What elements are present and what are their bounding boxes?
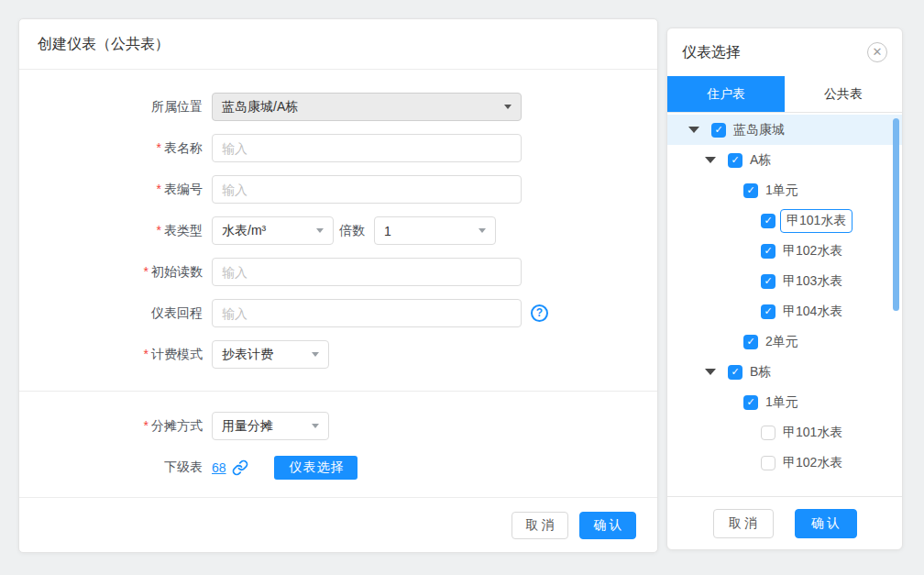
meter-type-value: 水表/m³ (222, 223, 266, 239)
field-row-meter-type: *表类型 水表/m³ 倍数 1 (19, 216, 657, 245)
checkbox-checked[interactable]: ✓ (761, 214, 776, 228)
tree-row: 甲101水表 (667, 417, 902, 448)
meter-type-label: *表类型 (19, 223, 203, 239)
tree-row: ✓1单元 (667, 387, 902, 417)
checkbox-unchecked[interactable] (761, 426, 776, 440)
tree-node-label[interactable]: B栋 (750, 360, 771, 384)
form-section-main: 所属位置 蓝岛康城/A栋 *表名称 *表编号 *表类型 水表/m³ 倍数 1 (19, 70, 657, 391)
checkbox-checked[interactable]: ✓ (728, 153, 742, 168)
meter-select-header: 仪表选择 ✕ (667, 28, 902, 76)
meter-backhaul-input[interactable] (212, 299, 522, 327)
tree-row: ✓A栋 (667, 145, 902, 175)
tree-row: 甲102水表 (667, 448, 902, 478)
checkbox-unchecked[interactable] (761, 456, 776, 470)
tree-row: ✓1单元 (667, 175, 902, 205)
billing-mode-label: *计费模式 (19, 347, 203, 363)
tree-node-label[interactable]: 甲102水表 (783, 451, 842, 475)
sub-meter-count-link[interactable]: 68 (212, 460, 226, 475)
share-method-label: *分摊方式 (19, 418, 203, 435)
checkbox-checked[interactable]: ✓ (761, 304, 776, 319)
field-row-meter-name: *表名称 (19, 134, 657, 162)
meter-name-input[interactable] (212, 134, 522, 162)
close-icon[interactable]: ✕ (867, 42, 887, 62)
confirm-button[interactable]: 确认 (795, 509, 857, 538)
share-method-select[interactable]: 用量分摊 (212, 412, 329, 440)
scrollbar-thumb[interactable] (893, 118, 899, 311)
tab-resident-meter[interactable]: 住户表 (667, 76, 785, 112)
field-row-location: 所属位置 蓝岛康城/A栋 (19, 93, 657, 121)
tree-node-label[interactable]: 2单元 (765, 330, 798, 354)
location-select[interactable]: 蓝岛康城/A栋 (212, 93, 522, 121)
confirm-button[interactable]: 确认 (579, 512, 636, 539)
required-mark: * (144, 264, 148, 279)
sub-meter-label: 下级表 (19, 459, 203, 476)
tree-expand-arrow-icon[interactable] (705, 369, 716, 375)
tree-row: ✓甲104水表 (667, 296, 902, 326)
field-row-meter-no: *表编号 (19, 175, 657, 204)
required-mark: * (157, 223, 161, 238)
checkbox-checked[interactable]: ✓ (743, 183, 758, 198)
required-mark: * (144, 418, 148, 433)
billing-mode-select[interactable]: 抄表计费 (212, 340, 329, 369)
checkbox-checked[interactable]: ✓ (711, 123, 726, 138)
tree-node-label[interactable]: 甲101水表 (783, 421, 842, 445)
tree-node-label[interactable]: 甲103水表 (783, 270, 842, 293)
cancel-button[interactable]: 取消 (713, 509, 774, 538)
chevron-down-icon (312, 424, 319, 428)
checkbox-checked[interactable]: ✓ (728, 365, 742, 380)
tree-row: ✓2单元 (667, 326, 902, 357)
field-row-sub-meter: 下级表 68 仪表选择 (19, 456, 657, 480)
tree-expand-arrow-icon[interactable] (705, 157, 716, 163)
checkbox-checked[interactable]: ✓ (743, 335, 758, 349)
required-mark: * (144, 347, 148, 361)
tree-row: ✓B栋 (667, 357, 902, 387)
tree-row: ✓甲101水表 (667, 205, 902, 236)
meter-backhaul-label: 仪表回程 (19, 305, 203, 322)
tree-row: ✓甲103水表 (667, 266, 902, 296)
chevron-down-icon (504, 105, 512, 109)
meter-select-button[interactable]: 仪表选择 (274, 456, 358, 480)
share-method-value: 用量分摊 (222, 418, 273, 435)
meter-tabs: 住户表 公共表 (667, 76, 902, 113)
tree-row: ✓甲102水表 (667, 236, 902, 266)
link-icon[interactable] (232, 459, 248, 476)
initial-reading-input[interactable] (212, 258, 522, 286)
multiplier-select[interactable]: 1 (374, 216, 496, 245)
cancel-button[interactable]: 取消 (512, 512, 568, 539)
meter-no-input[interactable] (212, 175, 522, 204)
tree-node-label[interactable]: 甲102水表 (783, 239, 842, 263)
create-meter-dialog: 创建仪表（公共表） 所属位置 蓝岛康城/A栋 *表名称 *表编号 *表类型 水表… (18, 18, 658, 553)
tree-node-label[interactable]: 1单元 (765, 179, 798, 203)
checkbox-checked[interactable]: ✓ (761, 274, 776, 289)
location-label: 所属位置 (19, 99, 203, 116)
chevron-down-icon (316, 228, 324, 233)
tree-expand-arrow-icon[interactable] (688, 127, 699, 133)
initial-reading-label: *初始读数 (19, 264, 203, 281)
dialog-title: 创建仪表（公共表） (19, 19, 657, 70)
meter-name-label: *表名称 (19, 140, 203, 157)
meter-no-label: *表编号 (19, 182, 203, 198)
tree-row: ✓蓝岛康城 (667, 115, 902, 145)
checkbox-checked[interactable]: ✓ (743, 395, 758, 410)
help-icon[interactable]: ? (531, 304, 548, 322)
dialog-footer: 取消 确认 (19, 497, 657, 552)
multiplier-label: 倍数 (334, 223, 365, 239)
form-section-share: *分摊方式 用量分摊 下级表 68 仪表选择 (19, 391, 657, 499)
meter-select-dialog: 仪表选择 ✕ 住户表 公共表 ✓蓝岛康城✓A栋✓1单元✓甲101水表✓甲102水… (666, 28, 903, 550)
tree-node-label[interactable]: 甲101水表 (780, 209, 852, 233)
field-row-billing-mode: *计费模式 抄表计费 (19, 340, 657, 369)
chevron-down-icon (478, 228, 486, 233)
required-mark: * (157, 140, 161, 155)
checkbox-checked[interactable]: ✓ (761, 244, 776, 259)
meter-select-title: 仪表选择 (682, 43, 741, 62)
meter-type-select[interactable]: 水表/m³ (212, 216, 334, 245)
field-row-share-method: *分摊方式 用量分摊 (19, 412, 657, 440)
tree-node-label[interactable]: 蓝岛康城 (733, 118, 785, 142)
tab-public-meter[interactable]: 公共表 (785, 76, 902, 112)
required-mark: * (157, 182, 161, 196)
meter-tree: ✓蓝岛康城✓A栋✓1单元✓甲101水表✓甲102水表✓甲103水表✓甲104水表… (667, 113, 902, 498)
tree-node-label[interactable]: A栋 (750, 149, 771, 172)
tree-node-label[interactable]: 1单元 (765, 391, 798, 415)
location-value: 蓝岛康城/A栋 (222, 99, 298, 116)
tree-node-label[interactable]: 甲104水表 (783, 300, 842, 324)
